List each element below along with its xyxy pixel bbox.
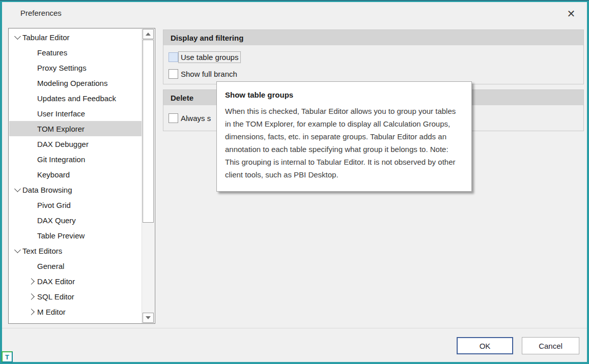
close-icon[interactable]: ✕ [563, 6, 579, 21]
tree-item-label: User Interface [37, 109, 85, 118]
checkbox-label: Show full branch [181, 70, 237, 78]
window-top-border [0, 0, 589, 1]
show-full-branch-checkbox[interactable]: Show full branch [169, 69, 237, 79]
chevron-right-icon[interactable] [27, 276, 37, 286]
preferences-dialog: Preferences ✕ Tabular Editor Features Pr… [0, 0, 589, 364]
tree-item-updates-and-feedback[interactable]: Updates and Feedback [9, 90, 142, 106]
display-and-filtering-group: Display and filtering Use table groups S… [163, 29, 584, 84]
chevron-right-icon[interactable] [27, 291, 37, 301]
tree-item-user-interface[interactable]: User Interface [9, 106, 142, 121]
cancel-button[interactable]: Cancel [522, 337, 579, 354]
tree-item-pivot-grid[interactable]: Pivot Grid [9, 197, 142, 213]
tree-item-label: M Editor [37, 308, 66, 316]
group-header-display-and-filtering: Display and filtering [163, 30, 583, 45]
tree-item-git-integration[interactable]: Git Integration [9, 151, 142, 167]
tree-item-m-editor[interactable]: M Editor [9, 304, 142, 319]
tree-item-label: DAX Query [37, 216, 76, 225]
ok-button[interactable]: OK [457, 337, 513, 354]
tooltip-body: When this is checked, Tabular Editor all… [225, 105, 463, 181]
checkbox-box [169, 69, 178, 79]
tree-item-label: Git Integration [37, 155, 85, 164]
use-table-groups-checkbox[interactable]: Use table groups [169, 52, 240, 63]
tree-item-label: General [37, 262, 64, 270]
tree-item-data-browsing[interactable]: Data Browsing [9, 182, 142, 197]
tree-item-label: DAX Debugger [37, 140, 89, 148]
show-table-groups-tooltip: Show table groups When this is checked, … [216, 81, 472, 192]
tree-item-label: Modeling Operations [37, 79, 107, 87]
chevron-down-icon[interactable] [12, 32, 22, 42]
checkbox-label: Use table groups [179, 52, 240, 63]
tree-item-label: Text Editors [22, 247, 62, 255]
tree-item-label: DAX Editor [37, 277, 75, 286]
tree-item-proxy-settings[interactable]: Proxy Settings [9, 60, 142, 75]
tree-item-label: Table Preview [37, 231, 85, 240]
tree-item-tabular-editor[interactable]: Tabular Editor [9, 29, 142, 45]
checkbox-box [169, 52, 178, 62]
tooltip-title: Show table groups [225, 90, 463, 99]
tree-item-tom-explorer[interactable]: TOM Explorer [9, 121, 142, 136]
preferences-tree: Tabular Editor Features Proxy Settings M… [8, 28, 155, 324]
checkbox-label: Always s [181, 114, 211, 123]
scroll-up-button[interactable] [143, 29, 154, 39]
triangle-up-icon [146, 33, 151, 36]
checkbox-box [169, 113, 178, 123]
tree-scrollbar[interactable] [142, 29, 154, 323]
footer-separator [2, 328, 587, 328]
chevron-down-icon[interactable] [12, 246, 22, 256]
tree-item-dax-debugger[interactable]: DAX Debugger [9, 136, 142, 151]
tree-item-label: TOM Explorer [37, 125, 85, 133]
tree-item-label: Features [37, 48, 67, 57]
tree-item-features[interactable]: Features [9, 45, 142, 60]
tree-item-label: Keyboard [37, 170, 70, 179]
tree-item-table-preview[interactable]: Table Preview [9, 228, 142, 243]
always-delete-checkbox[interactable]: Always s [169, 113, 211, 123]
tree-item-keyboard[interactable]: Keyboard [9, 167, 142, 182]
chevron-right-icon[interactable] [27, 307, 37, 317]
tree-item-csharp-editor[interactable]: C# Editor [9, 319, 142, 324]
triangle-down-icon [146, 316, 151, 319]
tree-item-label: Proxy Settings [37, 64, 87, 72]
dialog-title: Preferences [20, 9, 62, 17]
chevron-down-icon[interactable] [12, 185, 22, 195]
tree-item-label: Updates and Feedback [37, 94, 116, 103]
tabular-editor-app-icon: T [2, 351, 13, 362]
tree-item-dax-query[interactable]: DAX Query [9, 213, 142, 228]
tree-item-modeling-operations[interactable]: Modeling Operations [9, 75, 142, 90]
tree-item-general[interactable]: General [9, 258, 142, 274]
scrollbar-thumb[interactable] [143, 40, 154, 223]
tree-item-text-editors[interactable]: Text Editors [9, 243, 142, 258]
scroll-down-button[interactable] [143, 313, 154, 323]
tree-item-label: SQL Editor [37, 292, 74, 301]
tree-item-dax-editor[interactable]: DAX Editor [9, 274, 142, 289]
tree-item-label: C# Editor [37, 323, 69, 324]
tree-item-label: Data Browsing [22, 186, 72, 194]
chevron-right-icon[interactable] [27, 322, 37, 324]
tree-item-sql-editor[interactable]: SQL Editor [9, 289, 142, 304]
tree-item-label: Pivot Grid [37, 201, 71, 209]
tree-item-label: Tabular Editor [22, 33, 70, 42]
